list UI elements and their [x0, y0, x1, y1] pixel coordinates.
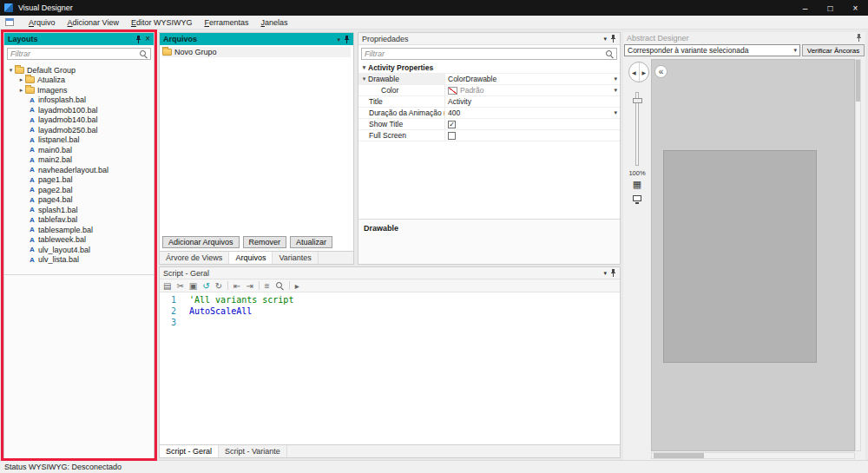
- screen-size-button[interactable]: [631, 193, 643, 204]
- zoom-slider[interactable]: [635, 92, 639, 166]
- tree-item-default-group[interactable]: ▾ Default Group: [7, 65, 154, 76]
- property-value-animation[interactable]: 400 ▾: [445, 108, 620, 118]
- horizontal-scrollbar-thumb[interactable]: [654, 453, 704, 458]
- property-name-full-screen[interactable]: Full Screen: [358, 130, 445, 141]
- property-value-drawable[interactable]: ColorDrawable ▾: [445, 74, 620, 84]
- tree-item-file[interactable]: Anavheaderlayout.bal: [7, 165, 154, 175]
- horizontal-scrollbar[interactable]: [651, 452, 855, 459]
- menu-arquivo[interactable]: Arquivo: [23, 16, 62, 29]
- redo-icon[interactable]: ↻: [215, 281, 222, 291]
- tab-script-variante[interactable]: Script - Variante: [219, 445, 287, 457]
- tree-item-file[interactable]: Asplash1.bal: [7, 205, 154, 215]
- tree-item-file[interactable]: Ainfosplash.bal: [7, 95, 154, 106]
- tree-item-imagens[interactable]: ▸ Imagens: [7, 85, 154, 95]
- pin-icon[interactable]: [344, 36, 350, 43]
- pin-icon[interactable]: [135, 36, 141, 43]
- grid-toggle-button[interactable]: ▦: [631, 179, 643, 190]
- undo-icon[interactable]: ↺: [202, 281, 209, 291]
- panel-menu-icon[interactable]: ▾: [603, 270, 607, 276]
- comment-icon[interactable]: ≡: [265, 281, 270, 291]
- next-variant-button[interactable]: ▶: [639, 62, 649, 82]
- expander-icon[interactable]: ▾: [7, 67, 15, 74]
- run-script-icon[interactable]: ▸: [295, 281, 299, 291]
- tree-item-file[interactable]: Aulv_layout4.bal: [7, 245, 154, 255]
- close-button[interactable]: ×: [843, 0, 868, 16]
- tree-item-file[interactable]: Alistpanel.bal: [7, 135, 154, 146]
- pin-icon[interactable]: [610, 269, 616, 277]
- pin-icon[interactable]: [610, 35, 616, 43]
- expander-icon[interactable]: ▾: [360, 76, 368, 82]
- file-group-item[interactable]: Novo Grupo: [162, 47, 351, 57]
- property-name-color[interactable]: Color: [358, 85, 445, 95]
- property-name-title[interactable]: Title: [358, 96, 445, 107]
- prev-variant-button[interactable]: ◀: [629, 62, 639, 82]
- line-number: 2: [160, 305, 176, 317]
- tree-item-file[interactable]: Alayadmob250.bal: [7, 125, 154, 135]
- expander-icon[interactable]: ▾: [360, 64, 368, 71]
- tree-item-file[interactable]: Atablefav.bal: [7, 215, 154, 226]
- property-value-title[interactable]: Activity: [445, 96, 620, 107]
- add-files-button[interactable]: Adicionar Arquivos: [162, 236, 240, 248]
- close-panel-icon[interactable]: ×: [145, 35, 150, 43]
- vertical-scrollbar-thumb[interactable]: [856, 60, 860, 102]
- minimize-button[interactable]: –: [792, 0, 818, 16]
- tree-item-file[interactable]: Alayadmob140.bal: [7, 115, 154, 126]
- script-editor[interactable]: 1 2 3 'All variants script AutoScaleAll: [160, 292, 620, 444]
- tab-arquivos[interactable]: Arquivos: [229, 252, 273, 264]
- tree-item-file[interactable]: Atableweek.bal: [7, 235, 154, 246]
- expander-icon[interactable]: ▸: [17, 87, 25, 94]
- refresh-button[interactable]: Atualizar: [290, 236, 332, 248]
- pin-icon[interactable]: [856, 34, 862, 42]
- menu-ferramentas[interactable]: Ferramentas: [198, 16, 254, 29]
- cut-icon[interactable]: ✂: [176, 281, 183, 291]
- show-title-checkbox[interactable]: [448, 121, 456, 128]
- property-name-animation[interactable]: Duração da Animação (ms): [358, 108, 445, 118]
- properties-filter-input[interactable]: [365, 49, 605, 58]
- tree-item-file[interactable]: Atablesample.bal: [7, 225, 154, 235]
- property-name-drawable[interactable]: ▾ Drawable: [358, 74, 445, 84]
- layouts-panel-splitter[interactable]: [4, 274, 154, 275]
- tree-item-file[interactable]: Amain2.bal: [7, 155, 154, 166]
- tab-script-geral[interactable]: Script - Geral: [160, 445, 219, 457]
- collapse-panel-button[interactable]: «: [654, 65, 667, 78]
- dropdown-arrow-icon[interactable]: ▾: [614, 109, 617, 116]
- tree-item-atualiza[interactable]: ▸ Atualiza: [7, 76, 154, 86]
- property-category-row[interactable]: ▾ Activity Properties: [358, 62, 620, 74]
- indent-icon[interactable]: ⇥: [246, 281, 253, 291]
- remove-button[interactable]: Remover: [243, 236, 287, 248]
- abstract-canvas[interactable]: [651, 59, 855, 451]
- tree-item-file[interactable]: Apage4.bal: [7, 195, 154, 206]
- tree-item-file[interactable]: Aulv_lista.bal: [7, 255, 154, 266]
- color-swatch-none: [448, 87, 457, 95]
- abstract-activity-rect[interactable]: [663, 150, 817, 363]
- dropdown-arrow-icon[interactable]: ▾: [614, 76, 617, 82]
- menu-janelas[interactable]: Janelas: [254, 16, 293, 29]
- property-name-show-title[interactable]: Show Title: [358, 119, 445, 129]
- menu-adicionar-view[interactable]: Adicionar View: [62, 16, 125, 29]
- zoom-slider-thumb[interactable]: [633, 98, 642, 103]
- vertical-scrollbar[interactable]: [855, 59, 861, 451]
- panel-menu-icon[interactable]: ▾: [337, 36, 340, 43]
- full-screen-checkbox[interactable]: [448, 132, 456, 140]
- layouts-filter-input[interactable]: [10, 49, 139, 58]
- maximize-button[interactable]: □: [818, 0, 843, 16]
- tree-item-file[interactable]: Apage1.bal: [7, 175, 154, 186]
- outdent-icon[interactable]: ⇤: [233, 281, 240, 291]
- panel-menu-icon[interactable]: ▾: [603, 36, 607, 42]
- variant-select[interactable]: Corresponder à variante selecionada ▾: [624, 44, 800, 56]
- menu-editor-wysiwyg[interactable]: Editor WYSIWYG: [125, 16, 199, 29]
- property-value-color[interactable]: Padrão ▾: [445, 85, 620, 95]
- find-icon[interactable]: [275, 281, 284, 290]
- tab-variantes[interactable]: Variantes: [273, 252, 318, 264]
- tab-arvore-de-views[interactable]: Árvore de Views: [160, 252, 229, 264]
- code-lines: 'All variants script AutoScaleAll: [182, 292, 620, 444]
- dropdown-arrow-icon[interactable]: ▾: [614, 87, 617, 94]
- tree-item-file[interactable]: Apage2.bal: [7, 185, 154, 195]
- layout-file-icon: A: [28, 246, 36, 253]
- paste-icon[interactable]: ▤: [163, 281, 171, 291]
- copy-icon[interactable]: ▣: [189, 281, 197, 291]
- verify-anchors-button[interactable]: Verificar Âncoras: [802, 44, 865, 56]
- tree-item-file[interactable]: Alayadmob100.bal: [7, 105, 154, 115]
- tree-item-file[interactable]: Amain0.bal: [7, 145, 154, 155]
- expander-icon[interactable]: ▸: [17, 76, 25, 83]
